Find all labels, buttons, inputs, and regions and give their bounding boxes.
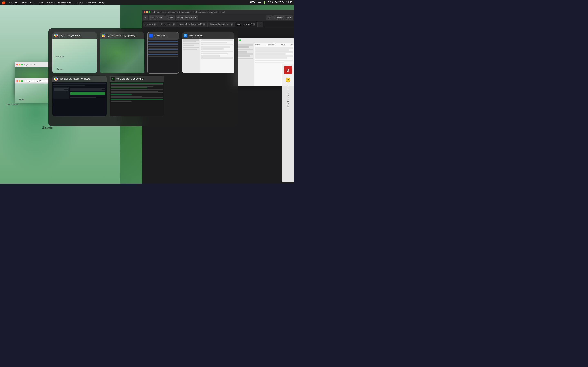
alttab-card-anime[interactable]: C_CDB1IUwAAxy_d.jpg:larg... — [100, 33, 144, 73]
xcode-icon — [149, 34, 153, 37]
menu-view[interactable]: View — [38, 1, 43, 4]
menubar-right: AltTab ••• 🔋 3:08 Fri 25 Oct 23:15 — [250, 1, 292, 4]
card-title-finder: louis.pontoise — [189, 34, 202, 37]
xcode-titlebar: alt-tab-macos [~/git_clones/alt-tab-maco… — [142, 10, 294, 14]
debug-label: Debug | Mac 64-bit — [177, 17, 195, 19]
desktop: Japan Sea of Japan C_CDB1IU... google.co… — [0, 5, 294, 184]
xcode-debug-btn[interactable]: Debug | Mac 64-bit ▾ — [176, 16, 198, 20]
run-icon: ▶ — [145, 17, 146, 19]
debug-chevron: ▾ — [195, 17, 196, 19]
alttab-card-terminal[interactable]: $_ ~/git_clones/rhs-autocom... — [110, 76, 164, 117]
xcode-git-btn[interactable]: Git: — [266, 16, 273, 20]
menu-file[interactable]: File — [22, 1, 26, 4]
map-sea-label: Sea of Japan — [6, 103, 19, 106]
chrome-icon-3 — [54, 77, 58, 81]
xcode-tab-bar: ces.swift ✕ Screen.swift ✕ SystemPermiss… — [142, 21, 294, 27]
xcode-run-btn[interactable]: ▶ — [143, 16, 148, 20]
scheme-label: alt-tab-macos — [150, 17, 163, 19]
card-title-maps: Tokyo - Google Maps — [59, 34, 80, 37]
card-title-xcode: alt-tab-mac... — [154, 34, 167, 37]
bookmark-icon-letter: B — [286, 68, 289, 73]
target-label: alt-tab- — [167, 17, 173, 19]
small-chrome-title: C_CDB1IU... — [25, 63, 36, 66]
menu-edit[interactable]: Edit — [30, 1, 34, 4]
tab-screen-swift[interactable]: Screen.swift ✕ — [158, 22, 177, 27]
menu-window[interactable]: Window — [86, 1, 95, 4]
app-name[interactable]: Chrome — [9, 1, 19, 4]
small-map-label: Japan — [19, 99, 24, 101]
alttab-card-xcode[interactable]: alt-tab-mac... — [148, 33, 179, 73]
menu-history[interactable]: History — [47, 1, 55, 4]
xcode-zoom-btn[interactable] — [149, 11, 150, 13]
menu-bookmarks[interactable]: Bookmarks — [58, 1, 71, 4]
bookmark-more-btn[interactable]: ⋮ — [286, 86, 290, 89]
card-title-anime: C_CDB1IUwAAxy_d.jpg:larg... — [107, 34, 137, 37]
tab-close-btn[interactable]: ✕ — [203, 23, 205, 26]
card-title-terminal: ~/git_clones/rhs-autocom... — [116, 77, 143, 80]
tab-close-btn[interactable]: ✕ — [231, 23, 233, 26]
menubar-date: Fri 25 Oct 23:15 — [275, 1, 292, 4]
menubar: 🍎 Chrome File Edit View History Bookmark… — [0, 0, 294, 5]
traffic-yellow[interactable] — [19, 64, 20, 66]
xcode-target-btn[interactable]: alt-tab- — [165, 16, 175, 20]
menu-people[interactable]: People — [75, 1, 83, 4]
tab-label: SystemPermissions.swift — [180, 23, 202, 25]
alttab-bottom-row: lwouis/alt-tab-macos: Windows... — [52, 76, 234, 117]
finder-col-kind: Kind — [290, 44, 293, 46]
menubar-time: 3:08 — [268, 1, 273, 4]
menubar-battery: 🔋 — [263, 1, 266, 4]
tab-label: ces.swift — [145, 23, 153, 25]
traffic-green[interactable] — [21, 64, 23, 66]
finder-col-name: Name — [255, 44, 260, 46]
alttab-menu-label: AltTab — [250, 1, 256, 4]
tab-application-swift[interactable]: Application.swift ✕ — [235, 22, 258, 27]
menu-help[interactable]: Help — [99, 1, 104, 4]
tab-window-manager[interactable]: WindowManager.swift ✕ — [208, 22, 235, 27]
preview-sea-label: Sea of Japan — [55, 56, 64, 58]
alttab-overlay: Tokyo - Google Maps Japan Sea of Japan C… — [48, 28, 238, 126]
tab-close-btn[interactable]: ✕ — [253, 23, 255, 26]
alttab-top-row: Tokyo - Google Maps Japan Sea of Japan C… — [52, 33, 234, 73]
xcode-scheme-btn[interactable]: alt-tab-macos — [149, 16, 164, 20]
git-label: Git: — [268, 17, 271, 19]
xcode-minimize-btn[interactable] — [146, 11, 148, 13]
xcode-toolbar: ▶ alt-tab-macos alt-tab- Debug | Mac 64-… — [142, 14, 294, 21]
alttab-card-tokyo-maps[interactable]: Tokyo - Google Maps Japan Sea of Japan — [52, 33, 97, 73]
apple-menu[interactable]: 🍎 — [2, 1, 6, 4]
tab-close-btn[interactable]: ✕ — [173, 23, 175, 26]
finder-col-size: Size — [281, 44, 285, 46]
alttab-card-github[interactable]: lwouis/alt-tab-macos: Windows... — [52, 76, 107, 117]
menubar-left: 🍎 Chrome File Edit View History Bookmark… — [2, 1, 104, 4]
tab-label: Screen.swift — [160, 23, 172, 25]
tab-label: ≡ — [260, 23, 261, 25]
preview-japan-label: Japan — [57, 68, 63, 70]
chrome-icon-2 — [102, 34, 105, 37]
bookmark-icon-red[interactable]: B — [284, 66, 292, 74]
xcode-close-btn[interactable] — [144, 11, 145, 13]
alttab-card-finder[interactable]: ☺ louis.pontoise — [182, 33, 234, 73]
chrome-icon — [54, 34, 58, 37]
terminal-icon: $_ — [112, 77, 115, 81]
tab-label: Application.swift — [237, 23, 252, 25]
tab-system-perms[interactable]: SystemPermissions.swift ✕ — [177, 22, 208, 27]
bookmarks-sidebar: B 🙂 ⋮ Other Bookmarks — [282, 64, 294, 182]
tab-extra[interactable]: ≡ — [258, 22, 263, 27]
finder-zoom[interactable] — [239, 39, 241, 41]
finder-icon: ☺ — [184, 34, 187, 37]
bookmark-icon-smiley[interactable]: 🙂 — [284, 76, 292, 84]
version-label: 9: Version Control — [275, 17, 291, 19]
small-url-text: google.com/maps/place... — [26, 80, 45, 82]
xcode-version-btn[interactable]: 9: Version Control — [273, 16, 293, 20]
tab-label: WindowManager.swift — [210, 23, 229, 25]
tab-close-btn[interactable]: ✕ — [154, 23, 156, 26]
other-bookmarks-label: Other Bookmarks — [287, 92, 289, 107]
traffic-red[interactable] — [16, 64, 18, 66]
finder-col-date: Date Modified — [265, 44, 276, 46]
finder-titlebar — [233, 38, 294, 43]
xcode-title: alt-tab-macos [~/git_clones/alt-tab-maco… — [153, 11, 225, 13]
card-title-github: lwouis/alt-tab-macos: Windows... — [59, 77, 92, 80]
tab-ces-swift[interactable]: ces.swift ✕ — [143, 22, 158, 27]
menubar-dots: ••• — [258, 1, 261, 4]
